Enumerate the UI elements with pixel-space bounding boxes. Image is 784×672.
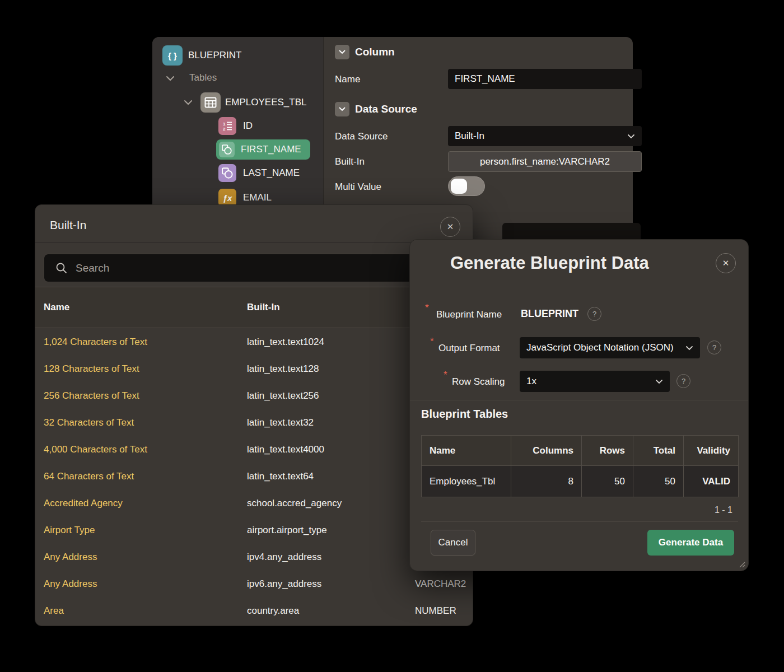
chevron-down-icon — [685, 346, 693, 351]
svg-text:2: 2 — [223, 127, 226, 132]
shape-icon — [218, 164, 236, 182]
table-row[interactable]: 32 Characters of Text latin_text.text32 — [35, 409, 473, 436]
help-icon: ? — [592, 310, 596, 318]
shape-icon — [219, 142, 235, 157]
builtin-table-header: Name Built-In — [35, 287, 473, 328]
row-scaling-select[interactable]: 1x — [520, 371, 670, 392]
table-icon — [200, 92, 221, 113]
table-row[interactable]: 1,024 Characters of Text latin_text.text… — [35, 329, 473, 356]
divider — [410, 400, 748, 400]
help-button[interactable]: ? — [587, 307, 601, 321]
tree-item-tables[interactable]: Tables — [166, 71, 317, 87]
column-header-builtin: Built-In — [247, 302, 280, 313]
tree-item-label: LAST_NAME — [243, 167, 300, 179]
name-label: Name — [335, 74, 360, 85]
tree-item-label: FIRST_NAME — [241, 144, 301, 155]
help-icon: ? — [682, 377, 685, 385]
numbered-list-icon: 1 2 — [218, 117, 236, 135]
table-row[interactable]: 4,000 Characters of Text latin_text.text… — [35, 436, 473, 463]
column-header-total: Total — [633, 436, 684, 466]
tree-item-first-name[interactable]: FIRST_NAME — [216, 139, 310, 160]
column-header-validity: Validity — [684, 436, 739, 466]
close-icon: ✕ — [722, 258, 730, 268]
divider — [35, 242, 473, 243]
pagination: 1 - 1 — [421, 498, 738, 522]
table-row[interactable]: Any Address ipv6.any_address VARCHAR2 — [35, 571, 473, 598]
multi-value-label: Multi Value — [335, 181, 381, 193]
output-format-select[interactable]: JavaScript Object Notation (JSON) — [520, 337, 700, 358]
chevron-down-icon — [166, 76, 175, 81]
row-scaling-label: Row Scaling — [452, 376, 505, 388]
table-row[interactable]: Any Address ipv4.any_address — [35, 544, 473, 571]
chevron-down-icon — [339, 50, 346, 54]
required-marker: * — [425, 302, 429, 314]
section-title: Column — [355, 46, 395, 58]
table-header-row: Name Columns Rows Total Validity — [422, 436, 739, 466]
table-row: Employees_Tbl 8 50 50 VALID — [422, 466, 739, 497]
generate-blueprint-data-dialog: Generate Blueprint Data ✕ * Blueprint Na… — [409, 239, 749, 571]
validity-badge: VALID — [684, 466, 739, 497]
table-row[interactable]: 64 Characters of Text latin_text.text64 — [35, 463, 473, 490]
table-row[interactable]: 128 Characters of Text latin_text.text12… — [35, 356, 473, 382]
chevron-down-icon — [184, 100, 193, 105]
resize-handle[interactable] — [738, 560, 745, 568]
search-box[interactable] — [44, 254, 465, 282]
table-row[interactable]: Area country.area NUMBER — [35, 598, 473, 624]
tree-item-blueprint[interactable]: { } BLUEPRINT — [162, 45, 314, 66]
braces-icon: { } — [162, 45, 183, 66]
dialog-title: Built-In — [50, 218, 86, 232]
chevron-down-icon — [627, 134, 635, 139]
tree-item-id[interactable]: 1 2 ID — [218, 117, 319, 135]
cancel-button[interactable]: Cancel — [431, 530, 475, 556]
blueprint-tables-table: Name Columns Rows Total Validity Employe… — [421, 435, 739, 497]
required-marker: * — [430, 336, 434, 347]
tree-item-last-name[interactable]: LAST_NAME — [218, 164, 319, 182]
cell-rows: 50 — [582, 466, 633, 497]
cell-total: 50 — [633, 466, 684, 497]
table-row[interactable]: Accredited Agency school.accred_agency — [35, 490, 473, 517]
blueprint-tables-heading: Blueprint Tables — [421, 408, 508, 421]
tree-item-label: EMAIL — [243, 192, 272, 203]
tree-item-label: EMPLOYEES_TBL — [225, 97, 307, 108]
tree-item-label: BLUEPRINT — [188, 50, 241, 61]
chevron-down-icon — [655, 379, 663, 384]
builtin-picker-dialog: Built-In ✕ Name Built-In 1,024 Character… — [35, 204, 473, 626]
name-input[interactable]: FIRST_NAME — [448, 69, 642, 89]
search-icon — [55, 262, 68, 274]
tree-item-label: ID — [243, 120, 253, 132]
close-icon: ✕ — [447, 222, 454, 232]
tree-item-employees-tbl[interactable]: EMPLOYEES_TBL — [184, 92, 321, 113]
required-marker: * — [444, 370, 447, 381]
multi-value-toggle[interactable] — [448, 176, 485, 196]
section-title: Data Source — [355, 103, 417, 115]
cell-name: Employees_Tbl — [422, 466, 511, 497]
chevron-down-icon — [339, 107, 346, 111]
close-button[interactable]: ✕ — [716, 253, 736, 273]
column-header-name: Name — [422, 436, 511, 466]
search-input[interactable] — [76, 262, 412, 274]
blueprint-name-label: Blueprint Name — [436, 309, 502, 320]
column-header-rows: Rows — [582, 436, 633, 466]
help-button[interactable]: ? — [707, 340, 721, 354]
generate-data-button[interactable]: Generate Data — [647, 530, 734, 556]
column-header-columns: Columns — [511, 436, 582, 466]
datasource-section-collapse-button[interactable] — [335, 102, 349, 116]
datasource-select[interactable]: Built-In — [448, 126, 642, 146]
toggle-knob — [451, 179, 467, 194]
table-row[interactable]: Airport Type airport.airport_type — [35, 517, 473, 544]
column-section-collapse-button[interactable] — [335, 45, 349, 59]
dialog-title: Generate Blueprint Data — [450, 253, 649, 273]
column-header-name: Name — [44, 302, 69, 313]
help-button[interactable]: ? — [676, 374, 690, 388]
builtin-value-field[interactable]: person.first_name:VARCHAR2 — [448, 151, 642, 172]
help-icon: ? — [712, 343, 716, 352]
svg-text:1: 1 — [223, 122, 226, 127]
cell-columns: 8 — [511, 466, 582, 497]
output-format-label: Output Format — [438, 343, 500, 354]
blueprint-name-value: BLUEPRINT — [521, 308, 578, 320]
builtin-label: Built-In — [335, 156, 365, 167]
datasource-label: Data Source — [335, 131, 388, 142]
table-row[interactable]: 256 Characters of Text latin_text.text25… — [35, 382, 473, 409]
tree-item-label: Tables — [189, 72, 217, 83]
close-button[interactable]: ✕ — [440, 217, 460, 237]
